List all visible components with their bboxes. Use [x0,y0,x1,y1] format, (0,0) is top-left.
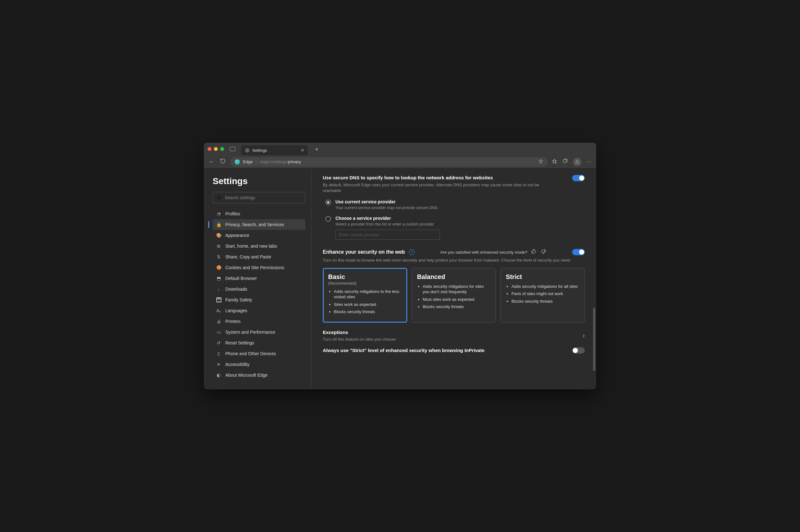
nav-label: System and Performance [225,329,275,335]
svg-rect-1 [563,159,566,163]
favorites-icon[interactable] [552,158,557,166]
security-level-cards: Basic(Recommended)Adds security mitigati… [323,268,585,323]
dns-opt1-title: Use current service provider [335,199,438,204]
nav-label: Cookies and Site Permissions [225,265,284,270]
sidebar-item-phone-and-other-devices[interactable]: ▯Phone and Other Devices [213,348,305,359]
nav-icon: ⬒ [216,276,222,281]
nav-icon: ◔ [216,211,222,216]
enhance-desc: Turn on this mode to browse the web more… [323,258,585,263]
thumbs-up-icon[interactable] [531,249,537,255]
exceptions-row[interactable]: Exceptions Turn off this feature on site… [323,329,585,342]
sidebar-item-privacy-search-and-services[interactable]: 🔒Privacy, Search, and Services [213,219,305,230]
card-recommended: (Recommended) [328,281,402,286]
maximize-window-button[interactable] [220,147,224,151]
collections-icon[interactable] [562,158,568,166]
nav-label: Appearance [225,233,249,238]
nav-icon: 🎨 [216,233,222,238]
card-bullet: Adds security mitigations for sites you … [423,284,491,295]
chevron-right-icon: › [582,332,585,339]
sidebar-item-downloads[interactable]: ↓Downloads [213,284,305,294]
security-card-strict[interactable]: StrictAdds security mitigations for all … [500,268,585,323]
site-label: Edge [243,159,253,164]
back-button[interactable]: ← [208,158,215,165]
tab-overview-icon[interactable] [230,147,236,151]
sidebar-item-profiles[interactable]: ◔Profiles [213,208,305,219]
search-icon [217,195,222,200]
thumbs-down-icon[interactable] [540,249,546,255]
nav-icon: ↓ [216,287,222,292]
secure-dns-section: Use secure DNS to specify how to lookup … [323,175,585,240]
sidebar-item-family-safety[interactable]: 👪Family Safety [213,294,305,305]
card-bullet: Parts of sites might not work [511,291,579,297]
nav-icon: ⇅ [216,254,222,259]
svg-point-2 [576,160,578,162]
sidebar-item-about-microsoft-edge[interactable]: ◐About Microsoft Edge [213,370,305,380]
sidebar-item-share-copy-and-paste[interactable]: ⇅Share, Copy and Paste [213,251,305,262]
card-bullet: Blocks security threats [423,304,491,310]
card-title: Basic [328,273,402,281]
always-strict-toggle[interactable] [572,347,585,354]
nav-label: Accessibility [225,362,249,367]
sidebar-item-printers[interactable]: 🖨Printers [213,316,305,327]
nav-icon: 🍪 [216,265,222,270]
survey-text: Are you satisfied with enhanced security… [440,250,527,254]
sidebar-item-default-browser[interactable]: ⬒Default Browser [213,273,305,284]
radio-current-provider[interactable] [325,200,331,205]
radio-choose-provider[interactable] [325,216,331,222]
sidebar-item-start-home-and-new-tabs[interactable]: ⧉Start, home, and new tabs [213,241,305,251]
dns-opt2-title: Choose a service provider [335,216,434,221]
sidebar-item-system-and-performance[interactable]: ▭System and Performance [213,327,305,338]
minimize-window-button[interactable] [214,147,218,151]
profile-avatar[interactable] [573,158,581,166]
nav-icon: 🖨 [216,319,222,324]
sidebar-item-cookies-and-site-permissions[interactable]: 🍪Cookies and Site Permissions [213,262,305,273]
sidebar-item-reset-settings[interactable]: ↺Reset Settings [213,338,305,348]
dns-option-current[interactable]: Use current service provider Your curren… [323,199,585,210]
exceptions-desc: Turn off this feature on sites you choos… [323,337,396,342]
dns-opt1-desc: Your current service provider may not pr… [335,206,438,210]
content-area: Settings ◔Profiles🔒Privacy, Search, and … [204,169,596,390]
tab-settings[interactable]: Settings ✕ [241,145,308,155]
nav-label: Reset Settings [225,340,254,345]
nav-label: Start, home, and new tabs [225,244,277,249]
card-title: Strict [506,273,579,281]
security-card-basic[interactable]: Basic(Recommended)Adds security mitigati… [323,268,407,323]
refresh-button[interactable] [219,158,227,166]
nav-icon: ↺ [216,340,222,345]
nav-icon: 🔒 [216,222,222,227]
card-bullet: Blocks security threats [511,299,579,304]
window-controls [208,147,224,151]
sidebar-item-languages[interactable]: AᵧLanguages [213,305,305,316]
svg-point-3 [218,196,220,198]
enhance-security-section: Enhance your security on the web ? Are y… [323,249,585,353]
menu-button[interactable]: ··· [587,159,592,165]
scrollbar[interactable] [593,308,595,371]
nav-label: Profiles [225,211,240,216]
card-bullet: Adds security mitigations for all sites [511,284,579,289]
page-title: Settings [213,176,305,186]
toolbar: ← Edge | edge://settings/privacy ··· [204,155,596,169]
nav-icon: Aᵧ [216,308,222,313]
close-window-button[interactable] [208,147,211,151]
nav-icon: ✴ [216,362,222,367]
sidebar-item-accessibility[interactable]: ✴Accessibility [213,359,305,370]
search-input[interactable] [225,195,301,200]
help-icon[interactable]: ? [409,249,414,255]
close-tab-button[interactable]: ✕ [301,148,304,153]
favorite-star-icon[interactable] [538,159,543,165]
search-settings[interactable] [213,192,305,203]
exceptions-title: Exceptions [323,329,396,335]
nav-icon: ▯ [216,351,222,356]
secure-dns-toggle[interactable] [572,175,585,181]
settings-main: Use secure DNS to specify how to lookup … [311,169,596,390]
enhance-security-toggle[interactable] [572,249,585,255]
security-card-balanced[interactable]: BalancedAdds security mitigations for si… [412,268,496,323]
nav-label: Printers [225,319,241,324]
settings-sidebar: Settings ◔Profiles🔒Privacy, Search, and … [204,169,311,390]
new-tab-button[interactable]: ＋ [314,145,320,153]
address-bar[interactable]: Edge | edge://settings/privacy [230,157,548,167]
nav-icon: ◐ [216,373,222,378]
dns-option-choose[interactable]: Choose a service provider Select a provi… [323,216,585,226]
always-strict-row: Always use "Strict" level of enhanced se… [323,347,585,354]
sidebar-item-appearance[interactable]: 🎨Appearance [213,230,305,241]
